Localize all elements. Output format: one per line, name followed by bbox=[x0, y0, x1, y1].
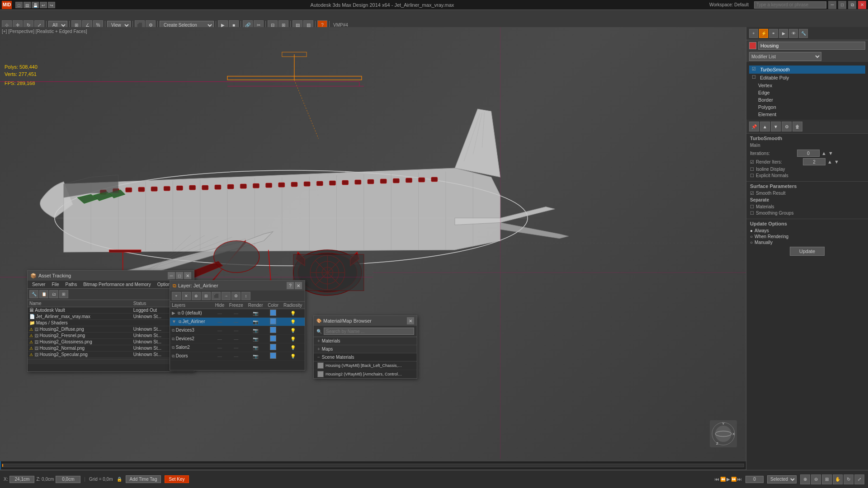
layer-color-airliner[interactable] bbox=[270, 318, 276, 324]
layer-expand-default[interactable]: ▶ bbox=[172, 310, 175, 315]
smooth-result-check[interactable]: ☑ bbox=[750, 191, 754, 196]
object-name-input[interactable] bbox=[758, 42, 865, 50]
d3-color[interactable] bbox=[270, 327, 276, 333]
layer-color-default[interactable] bbox=[270, 310, 276, 316]
layer-tb-select[interactable]: ⊞ bbox=[202, 292, 211, 300]
search-input[interactable] bbox=[754, 1, 826, 9]
asset-row-housing2-diffuse[interactable]: ⚠ 🖼 Housing2_Diffuse.png Unknown St... bbox=[28, 326, 194, 333]
radio-manually[interactable]: ○ Manually bbox=[750, 240, 864, 245]
iterations-spinner-up[interactable]: ▲ bbox=[821, 150, 826, 156]
doors-hide[interactable]: — bbox=[217, 354, 222, 359]
at-tb-btn4[interactable]: ⊞ bbox=[59, 290, 68, 298]
materials-sep-check[interactable]: ☐ bbox=[750, 204, 754, 209]
layer-render-airliner[interactable]: 📷 bbox=[253, 319, 258, 324]
modifier-item-border[interactable]: Border bbox=[749, 96, 865, 103]
zoom-out-btn[interactable]: ⊖ bbox=[811, 474, 821, 484]
asset-tracking-close-btn[interactable]: ✕ bbox=[184, 272, 191, 279]
zoom-in-btn[interactable]: ⊕ bbox=[800, 474, 810, 484]
asset-row-maps-folder[interactable]: 📁 Maps / Shaders bbox=[28, 320, 194, 326]
new-btn[interactable]: □ bbox=[15, 2, 23, 8]
layer-row-devices[interactable]: ⧉ Devices — — 📷 💡 bbox=[170, 361, 305, 361]
doors-color[interactable] bbox=[270, 352, 276, 359]
z-coord-input[interactable] bbox=[56, 476, 80, 483]
s2-rad[interactable]: 💡 bbox=[290, 345, 296, 350]
at-tb-btn1[interactable]: 🔧 bbox=[29, 290, 38, 298]
mod-up-btn[interactable]: ▲ bbox=[760, 122, 770, 131]
redo-btn[interactable]: ↪ bbox=[48, 2, 55, 8]
close-btn[interactable]: ✕ bbox=[858, 1, 866, 9]
pan-btn[interactable]: ✋ bbox=[833, 474, 843, 484]
layer-freeze-default[interactable]: — bbox=[234, 311, 238, 316]
mod-delete-btn[interactable]: 🗑 bbox=[793, 122, 802, 131]
layer-col-freeze[interactable]: Freeze bbox=[226, 302, 245, 309]
timeline-track[interactable] bbox=[2, 464, 744, 467]
scene-materials-toggle[interactable]: − bbox=[317, 355, 320, 360]
at-tb-btn2[interactable]: 📋 bbox=[39, 290, 48, 298]
at-menu-server[interactable]: Server bbox=[29, 282, 48, 287]
at-menu-bitmap[interactable]: Bitmap Performance and Memory bbox=[80, 282, 154, 287]
maximize-viewport-btn[interactable]: ⤢ bbox=[854, 474, 864, 484]
mod-config-btn[interactable]: ⚙ bbox=[782, 122, 792, 131]
iterations-input[interactable] bbox=[797, 150, 820, 157]
mat-item-housing[interactable]: Housing (VRayMtl) [Back_Left_Chassis, Ba… bbox=[314, 361, 417, 370]
prev-frame-btn[interactable]: ⏪ bbox=[720, 477, 726, 482]
at-tb-btn3[interactable]: 🗂 bbox=[49, 290, 58, 298]
col-name[interactable]: Name bbox=[28, 300, 132, 307]
scene-materials-section-header[interactable]: − Scene Materials bbox=[314, 353, 417, 361]
d3-freeze[interactable]: — bbox=[234, 328, 238, 333]
doors-freeze[interactable]: — bbox=[234, 354, 238, 359]
go-start-btn[interactable]: ⏮ bbox=[715, 477, 719, 482]
utilities-mode-icon[interactable]: 🔧 bbox=[799, 29, 808, 38]
radio-when-rendering[interactable]: ○ When Rendering bbox=[750, 234, 864, 239]
modifier-item-edge[interactable]: Edge bbox=[749, 89, 865, 96]
s2-color[interactable] bbox=[270, 344, 276, 350]
orbit-btn[interactable]: ↻ bbox=[844, 474, 854, 484]
asset-tracking-scrollbar[interactable] bbox=[28, 359, 194, 364]
layer-row-doors[interactable]: ⧉ Doors — — 📷 💡 bbox=[170, 352, 305, 361]
selection-mode-dropdown[interactable]: Selected bbox=[767, 475, 797, 483]
layer-hide-airliner[interactable]: — bbox=[217, 319, 222, 324]
create-mode-icon[interactable]: + bbox=[749, 29, 758, 38]
layer-close-btn[interactable]: ✕ bbox=[295, 282, 302, 289]
modifier-item-editable-poly[interactable]: ☐ Editable Poly bbox=[749, 74, 865, 82]
materials-section-toggle[interactable]: + bbox=[317, 338, 320, 343]
layer-rad-default[interactable]: 💡 bbox=[290, 311, 296, 316]
lock-icon[interactable]: 🔒 bbox=[117, 477, 122, 482]
frame-input[interactable] bbox=[745, 476, 764, 483]
radio-manually-btn[interactable]: ○ bbox=[750, 240, 753, 245]
asset-row-mainfile[interactable]: 📄 Jet_Airliner_max_vray.max Unknown St..… bbox=[28, 314, 194, 320]
layer-row-airliner[interactable]: ▼ ⧉ Jet_Airliner — — 📷 💡 bbox=[170, 318, 305, 326]
s2-hide[interactable]: — bbox=[217, 345, 222, 350]
zoom-extents-btn[interactable]: ⊞ bbox=[822, 474, 832, 484]
d2-color[interactable] bbox=[270, 335, 276, 342]
viewport-3d[interactable]: [+] [Perspective] [Realistic + Edged Fac… bbox=[0, 27, 746, 470]
material-browser-titlebar[interactable]: 🎨 Material/Map Browser ✕ bbox=[314, 316, 417, 326]
radio-when-rendering-btn[interactable]: ○ bbox=[750, 234, 753, 239]
d2-freeze[interactable]: — bbox=[234, 337, 238, 342]
next-frame-btn[interactable]: ⏩ bbox=[731, 477, 736, 482]
mat-item-housing2[interactable]: Housing2 (VRayMtl) [Armchairs, Control_D… bbox=[314, 370, 417, 378]
set-key-button[interactable]: Set Key bbox=[165, 475, 189, 483]
asset-row-vault[interactable]: 🏛 Autodesk Vault Logged Out bbox=[28, 307, 194, 314]
modifier-item-element[interactable]: Element bbox=[749, 111, 865, 118]
layer-freeze-airliner[interactable]: — bbox=[234, 319, 238, 324]
layer-window-titlebar[interactable]: ⧉ Layer: Jet_Airliner ? ✕ bbox=[170, 281, 305, 291]
render-iters-check[interactable]: ☑ bbox=[750, 160, 754, 164]
iterations-spinner-dn[interactable]: ▼ bbox=[828, 150, 833, 156]
layer-row-devices3[interactable]: ⧉ Devices3 — — 📷 💡 bbox=[170, 326, 305, 335]
s2-render[interactable]: 📷 bbox=[253, 345, 258, 350]
at-menu-file[interactable]: File bbox=[49, 282, 61, 287]
modifier-item-vertex[interactable]: Vertex bbox=[749, 82, 865, 89]
radio-always[interactable]: ● Always bbox=[750, 228, 864, 233]
x-coord-input[interactable] bbox=[9, 476, 34, 483]
layer-row-devices2[interactable]: ⧉ Devices2 — — 📷 💡 bbox=[170, 335, 305, 343]
undo-btn[interactable]: ↩ bbox=[40, 2, 47, 8]
motion-mode-icon[interactable]: ▶ bbox=[779, 29, 788, 38]
modify-mode-icon active[interactable]: ⚡ bbox=[759, 29, 768, 38]
layer-row-salon2[interactable]: ⧉ Salon2 — — 📷 💡 bbox=[170, 343, 305, 352]
d2-rad[interactable]: 💡 bbox=[290, 337, 296, 342]
d2-hide[interactable]: — bbox=[217, 337, 222, 342]
asset-tracking-maximize-btn[interactable]: □ bbox=[176, 272, 183, 279]
explicit-check[interactable]: ☐ bbox=[750, 173, 754, 178]
asset-tracking-titlebar[interactable]: 📦 Asset Tracking ─ □ ✕ bbox=[28, 271, 194, 281]
